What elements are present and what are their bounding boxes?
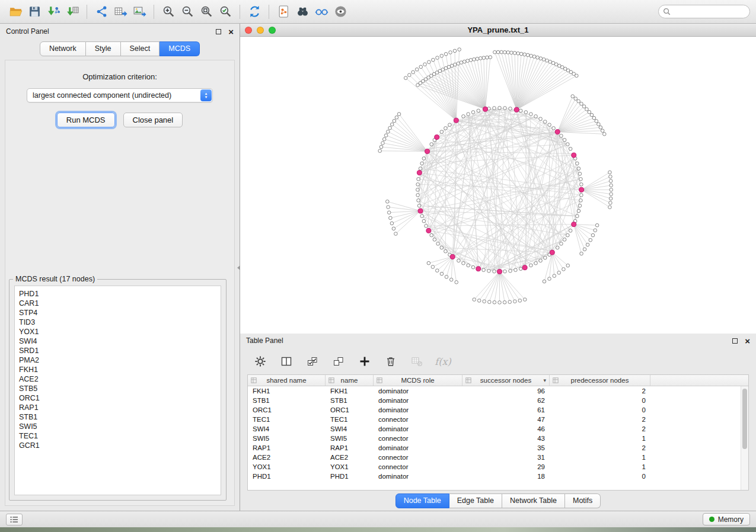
cell-name: TEC1: [326, 416, 374, 423]
table-toolbar-table-disabled-button[interactable]: [410, 354, 424, 368]
network-graph[interactable]: [240, 37, 756, 334]
table-row[interactable]: SWI4SWI4dominator462: [248, 424, 748, 434]
cell-shared-name: RAP1: [248, 444, 326, 451]
cell-mcds-role: dominator: [374, 387, 462, 395]
tab-edge-table[interactable]: Edge Table: [449, 493, 502, 508]
table-row[interactable]: PHD1PHD1dominator180: [248, 472, 748, 481]
mcds-result-item[interactable]: PMA2: [19, 355, 216, 365]
toolbar-refresh-button[interactable]: [245, 3, 264, 21]
column-header-mcds-role[interactable]: MCDS role: [374, 375, 462, 386]
toolbar-zoom-fit-button[interactable]: [197, 3, 216, 21]
network-file-icon: [277, 5, 291, 18]
tab-network[interactable]: Network: [40, 41, 86, 56]
toolbar-save-button[interactable]: [25, 3, 44, 21]
close-panel-icon[interactable]: ×: [228, 29, 234, 34]
run-mcds-button[interactable]: Run MCDS: [57, 113, 115, 127]
mcds-result-item[interactable]: STP4: [19, 308, 216, 318]
mcds-result-item[interactable]: ORC1: [19, 393, 216, 403]
toolbar-glasses-button[interactable]: [312, 3, 331, 21]
cell-successor-nodes: 35: [462, 444, 550, 451]
task-history-button[interactable]: [6, 514, 23, 525]
float-panel-icon[interactable]: [216, 29, 221, 34]
table-row[interactable]: ACE2ACE2connector311: [248, 453, 748, 462]
close-table-panel-icon[interactable]: ×: [745, 338, 750, 344]
memory-status-icon: [709, 517, 714, 522]
mcds-result-item[interactable]: TEC1: [19, 431, 216, 441]
mcds-result-box: MCDS result (17 nodes) PHD1CAR1STP4TID3Y…: [9, 275, 227, 501]
column-header-successor-nodes[interactable]: successor nodes▾: [462, 375, 550, 386]
table-row[interactable]: YOX1YOX1connector291: [248, 462, 748, 472]
close-panel-button[interactable]: Close panel: [123, 113, 183, 127]
mcds-result-list: PHD1CAR1STP4TID3YOX1SWI4SRD1PMA2FKH1ACE2…: [14, 286, 221, 495]
mcds-result-item[interactable]: PHD1: [19, 289, 216, 299]
refresh-icon: [248, 5, 261, 18]
eye-icon: [334, 5, 347, 18]
column-type-icon: [377, 377, 382, 383]
toolbar-binoculars-button[interactable]: [293, 3, 312, 21]
search-input[interactable]: [674, 8, 745, 16]
table-toolbar-gear-button[interactable]: [253, 354, 267, 368]
table-row[interactable]: TEC1TEC1connector472: [248, 415, 748, 424]
mcds-result-item[interactable]: STB5: [19, 384, 216, 393]
column-header-name[interactable]: name: [326, 375, 374, 386]
table-toolbar-unselect-all-button[interactable]: [331, 354, 346, 368]
fx-icon: f(x): [435, 356, 451, 367]
main-toolbar: [0, 0, 756, 24]
mcds-result-item[interactable]: SWI4: [19, 336, 216, 346]
column-header-shared-name[interactable]: shared name: [248, 375, 326, 386]
table-toolbar-fx-button[interactable]: f(x): [436, 354, 450, 368]
cell-predecessor-nodes: 2: [550, 425, 650, 432]
table-row[interactable]: RAP1RAP1dominator352: [248, 443, 748, 453]
toolbar-export-table-button[interactable]: [111, 3, 130, 21]
mcds-result-item[interactable]: SWI5: [19, 422, 216, 431]
table-toolbar-select-all-button[interactable]: [305, 354, 320, 368]
toolbar-import-network-button[interactable]: [44, 3, 63, 21]
table-scrollbar[interactable]: [741, 386, 748, 490]
memory-button[interactable]: Memory: [703, 513, 750, 525]
table-toolbar-trash-button[interactable]: [384, 354, 398, 368]
mcds-result-item[interactable]: ACE2: [19, 374, 216, 384]
tab-network-table[interactable]: Network Table: [502, 493, 565, 508]
column-type-icon: [328, 377, 334, 383]
table-toolbar-add-button[interactable]: [358, 354, 372, 368]
search-box[interactable]: [658, 5, 750, 18]
cell-predecessor-nodes: 1: [550, 435, 650, 442]
table-row[interactable]: ORC1ORC1dominator610: [248, 405, 748, 415]
table-toolbar-columns-button[interactable]: [279, 354, 294, 368]
table-row[interactable]: STB1STB1dominator620: [248, 396, 748, 405]
table-row[interactable]: SWI5SWI5connector431: [248, 434, 748, 443]
cell-shared-name: YOX1: [248, 463, 326, 470]
toolbar-import-table-button[interactable]: [63, 3, 82, 21]
mcds-result-item[interactable]: GCR1: [19, 441, 216, 450]
toolbar-export-image-button[interactable]: [130, 3, 149, 21]
tab-mcds[interactable]: MCDS: [160, 41, 200, 56]
toolbar-zoom-in-button[interactable]: [159, 3, 178, 21]
toolbar-network-file-button[interactable]: [274, 3, 293, 21]
mcds-result-item[interactable]: SRD1: [19, 346, 216, 355]
toolbar-open-button[interactable]: [6, 3, 25, 21]
cell-shared-name: PHD1: [248, 473, 326, 480]
splitter-collapse-icon[interactable]: [237, 265, 240, 270]
tab-style[interactable]: Style: [86, 41, 121, 56]
mcds-result-item[interactable]: FKH1: [19, 365, 216, 374]
toolbar-export-network-button[interactable]: [92, 3, 111, 21]
optimization-criterion-select[interactable]: largest connected component (undirected)…: [27, 88, 213, 102]
mcds-result-item[interactable]: CAR1: [19, 299, 216, 308]
tab-motifs[interactable]: Motifs: [565, 493, 601, 508]
mcds-result-item[interactable]: YOX1: [19, 327, 216, 336]
toolbar-eye-button[interactable]: [331, 3, 350, 21]
column-header-predecessor-nodes[interactable]: predecessor nodes: [550, 375, 650, 386]
mcds-result-item[interactable]: RAP1: [19, 403, 216, 412]
network-canvas[interactable]: [240, 37, 756, 334]
float-table-panel-icon[interactable]: [732, 338, 738, 344]
tab-select[interactable]: Select: [121, 41, 160, 56]
toolbar-zoom-out-button[interactable]: [178, 3, 197, 21]
tab-node-table[interactable]: Node Table: [395, 493, 449, 508]
column-type-icon: [553, 377, 559, 383]
toolbar-zoom-selected-button[interactable]: [216, 3, 235, 21]
mcds-result-item[interactable]: STB1: [19, 412, 216, 422]
table-scrollbar-thumb[interactable]: [742, 389, 747, 449]
mcds-result-item[interactable]: TID3: [19, 318, 216, 327]
cell-mcds-role: dominator: [374, 444, 462, 451]
table-row[interactable]: FKH1FKH1dominator962: [248, 386, 748, 396]
